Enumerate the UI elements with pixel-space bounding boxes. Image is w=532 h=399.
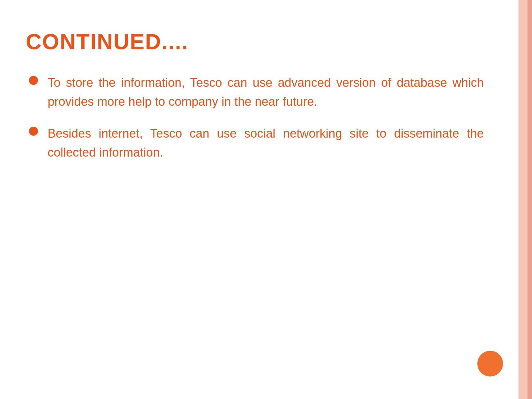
bullet-dot-2 [29,127,38,136]
bullet-text-2: Besides internet, Tesco can use social n… [48,124,506,162]
bullet-dot-1 [29,76,38,85]
right-border-decoration [518,0,532,399]
bullet-list: To store the information, Tesco can use … [26,73,506,162]
list-item: To store the information, Tesco can use … [29,73,506,111]
slide-container: CONTINUED.... To store the information, … [0,0,532,399]
list-item: Besides internet, Tesco can use social n… [29,124,506,162]
next-button[interactable] [477,351,503,376]
slide-title: CONTINUED.... [26,29,506,54]
border-bar-dark [527,0,532,399]
border-bar-light [518,0,527,399]
bullet-text-1: To store the information, Tesco can use … [48,73,506,111]
